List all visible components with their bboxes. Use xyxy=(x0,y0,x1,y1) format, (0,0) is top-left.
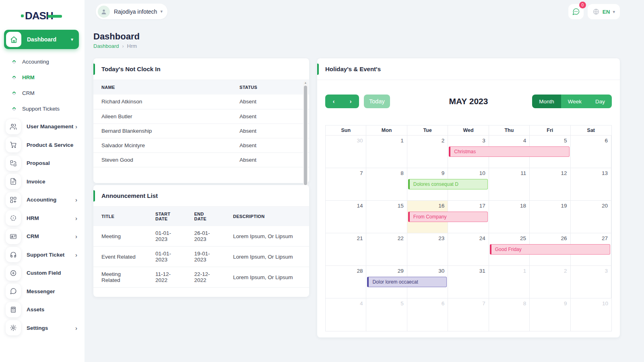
calendar-day-cell[interactable]: 4 xyxy=(326,298,366,331)
sidebar-item-settings[interactable]: Settings › xyxy=(0,319,85,337)
sidebar-item-user-management[interactable]: User Management › xyxy=(0,117,85,136)
employee-name: Bernard Blankenship xyxy=(93,123,231,138)
calendar-day-cell[interactable]: 11 xyxy=(489,168,530,201)
bullet-icon xyxy=(12,60,16,64)
calendar-day-cell[interactable]: 20 xyxy=(571,201,611,233)
app-logo[interactable]: DASH xyxy=(0,0,85,23)
calendar-day-cell[interactable]: 24 xyxy=(448,233,489,266)
card-title-row: Today's Not Clock In xyxy=(93,58,309,80)
chevron-right-icon: › xyxy=(75,123,77,130)
sidebar-item-hrm[interactable]: HRM › xyxy=(0,209,85,228)
day-number: 4 xyxy=(523,138,526,144)
calendar-day-cell[interactable]: 2 xyxy=(530,266,570,298)
calendar-day-cell[interactable]: 13 xyxy=(571,168,611,201)
calendar-week-row: 21222324252627Good Friday xyxy=(326,233,611,266)
subitem-label: CRM xyxy=(22,90,35,96)
home-icon xyxy=(6,32,21,47)
description: Lorem Ipsum, Or Lipsum xyxy=(225,267,309,288)
start-date: 11-12-2022 xyxy=(147,267,186,288)
day-number: 6 xyxy=(442,300,445,306)
calendar-event[interactable]: Good Friday xyxy=(490,244,610,255)
language-dropdown[interactable]: EN ▾ xyxy=(588,4,620,19)
sidebar-item-messenger[interactable]: Messenger xyxy=(0,282,85,301)
calendar-day-cell[interactable]: 8 xyxy=(366,168,407,201)
calendar-day-cell[interactable]: 28 xyxy=(326,266,366,298)
sidebar-subitem-crm[interactable]: CRM xyxy=(0,85,85,101)
calendar-event[interactable]: Dolor lorem occaecat xyxy=(367,277,447,287)
menu-item-label: HRM xyxy=(27,215,75,221)
calendar-event[interactable]: Christmas xyxy=(449,146,569,157)
calendar-day-cell[interactable]: 3 xyxy=(571,266,611,298)
sidebar-item-invoice[interactable]: Invoice xyxy=(0,173,85,191)
sidebar-item-support-ticket[interactable]: Support Ticket › xyxy=(0,246,85,264)
calendar-day-cell[interactable]: 1 xyxy=(366,136,407,168)
id-card-icon xyxy=(6,229,21,244)
sidebar-item-dashboard[interactable]: Dashboard ▾ xyxy=(4,30,79,49)
calendar-day-cell[interactable]: 31 xyxy=(448,266,489,298)
grid-plus-icon xyxy=(6,192,21,208)
sidebar-item-proposal[interactable]: Proposal xyxy=(0,154,85,173)
day-number: 23 xyxy=(438,235,444,241)
calendar-day-cell[interactable]: 7 xyxy=(448,298,489,331)
calendar-day-cell[interactable]: 30 xyxy=(326,136,366,168)
sidebar-item-accounting[interactable]: Accounting › xyxy=(0,191,85,209)
sidebar-item-crm[interactable]: CRM › xyxy=(0,227,85,246)
calendar-day-cell[interactable]: 2 xyxy=(407,136,448,168)
sidebar-item-product-service[interactable]: Product & Service xyxy=(0,136,85,154)
sidebar-subitem-support-tickets[interactable]: Support Tickets xyxy=(0,101,85,117)
day-number: 3 xyxy=(605,268,608,274)
calendar-day-cell[interactable]: 22 xyxy=(366,233,407,266)
card-title: Today's Not Clock In xyxy=(101,66,161,72)
view-month-button[interactable]: Month xyxy=(532,95,561,108)
sidebar-subitem-accounting[interactable]: Accounting xyxy=(0,54,85,70)
calendar-day-cell[interactable]: 6 xyxy=(407,298,448,331)
card-title: Holiday's & Event's xyxy=(325,66,381,72)
calendar-day-cell[interactable]: 18 xyxy=(489,201,530,233)
calendar-event[interactable]: Dolores consequat D xyxy=(408,179,488,189)
calendar-event[interactable]: From Company xyxy=(408,212,488,222)
employee-name: Salvador Mcintyre xyxy=(93,138,231,152)
view-day-button[interactable]: Day xyxy=(588,95,612,108)
table-row: Meeting 01-01-2023 26-01-2023 Lorem Ipsu… xyxy=(93,226,309,247)
calendar-day-cell[interactable]: 7 xyxy=(326,168,366,201)
sidebar-item-assets[interactable]: Assets xyxy=(0,300,85,319)
calendar-day-cell[interactable]: 1 xyxy=(489,266,530,298)
clock-in-card: Today's Not Clock In NAME STATUS Richard… xyxy=(93,58,309,183)
next-month-button[interactable]: › xyxy=(342,95,359,108)
day-number: 7 xyxy=(360,170,363,176)
sidebar: DASH Dashboard ▾ Accounting HRM CRM Supp… xyxy=(0,0,85,362)
workspace-dropdown[interactable]: Rajodiya infotech ▾ xyxy=(96,4,167,19)
calendar-day-cell[interactable]: 9 xyxy=(530,298,570,331)
calendar-day-cell[interactable]: 10 xyxy=(571,298,611,331)
chevron-right-icon: › xyxy=(75,325,77,331)
breadcrumb-dashboard-link[interactable]: Dashboard xyxy=(93,43,119,49)
status-value: Absent xyxy=(231,152,309,167)
end-date: 26-01-2023 xyxy=(186,226,225,247)
calendar-day-cell[interactable]: 8 xyxy=(489,298,530,331)
sidebar-item-custom-field[interactable]: Custom Field xyxy=(0,264,85,282)
scrollbar-thumb[interactable] xyxy=(304,86,307,185)
calendar-day-cell[interactable]: 6 xyxy=(571,136,611,168)
language-code: EN xyxy=(603,9,610,15)
users-icon xyxy=(6,119,21,134)
today-button[interactable]: Today xyxy=(364,95,390,108)
page-title: Dashboard xyxy=(93,31,140,42)
card-title-row: Announcement List xyxy=(93,185,309,207)
calendar-day-cell[interactable]: 15 xyxy=(366,201,407,233)
prev-month-button[interactable]: ‹ xyxy=(325,95,342,108)
vertical-scrollbar[interactable]: ▲ ▼ xyxy=(303,81,308,190)
calendar-day-cell[interactable]: 23 xyxy=(407,233,448,266)
calendar-day-cell[interactable]: 21 xyxy=(326,233,366,266)
view-week-button[interactable]: Week xyxy=(561,95,588,108)
messages-button[interactable]: 0 xyxy=(568,4,584,19)
sidebar-subitem-hrm[interactable]: HRM xyxy=(0,70,85,85)
calendar-day-cell[interactable]: 12 xyxy=(530,168,570,201)
calendar-day-cell[interactable]: 19 xyxy=(530,201,570,233)
day-header: Sun xyxy=(326,125,366,136)
card-accent-bar xyxy=(93,190,95,202)
calendar-day-cell[interactable]: 14 xyxy=(326,201,366,233)
scroll-up-icon[interactable]: ▲ xyxy=(304,81,307,85)
calendar-day-cell[interactable]: 5 xyxy=(366,298,407,331)
menu-item-label: Invoice xyxy=(27,179,77,185)
menu-item-label: Accounting xyxy=(27,197,75,203)
